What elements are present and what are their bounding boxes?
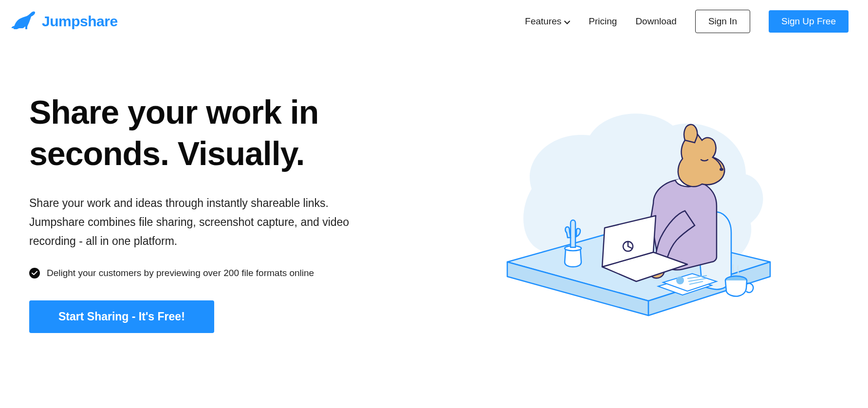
sign-in-button[interactable]: Sign In (695, 10, 750, 33)
start-sharing-button[interactable]: Start Sharing - It's Free! (29, 300, 214, 333)
svg-point-3 (676, 277, 684, 284)
check-circle-icon (29, 268, 40, 278)
logo-text: Jumpshare (42, 13, 118, 30)
hero-section: Share your work in seconds. Visually. Sh… (0, 43, 868, 335)
hero-content: Share your work in seconds. Visually. Sh… (29, 92, 419, 335)
nav-pricing-label: Pricing (589, 16, 617, 27)
site-header: Jumpshare Features Pricing Download Sign… (0, 0, 868, 43)
sign-in-label: Sign In (708, 16, 737, 26)
logo[interactable]: Jumpshare (11, 10, 118, 33)
cta-label: Start Sharing - It's Free! (58, 310, 185, 323)
nav-download-label: Download (635, 16, 677, 27)
sign-up-label: Sign Up Free (781, 16, 836, 26)
hero-note-text: Delight your customers by previewing ove… (47, 268, 314, 278)
nav-features[interactable]: Features (525, 16, 570, 27)
nav-download[interactable]: Download (635, 16, 677, 27)
hero-note: Delight your customers by previewing ove… (29, 268, 419, 278)
hero-title: Share your work in seconds. Visually. (29, 92, 419, 174)
hero-subtitle: Share your work and ideas through instan… (29, 194, 380, 251)
main-nav: Features Pricing Download Sign In Sign U… (525, 10, 849, 33)
nav-pricing[interactable]: Pricing (589, 16, 617, 27)
nav-features-label: Features (525, 16, 561, 27)
kangaroo-icon (11, 10, 37, 33)
sign-up-button[interactable]: Sign Up Free (769, 10, 849, 33)
chevron-down-icon (564, 16, 570, 27)
svg-point-1 (720, 168, 723, 171)
hero-illustration (438, 92, 839, 335)
kangaroo-desk-illustration (493, 92, 785, 335)
